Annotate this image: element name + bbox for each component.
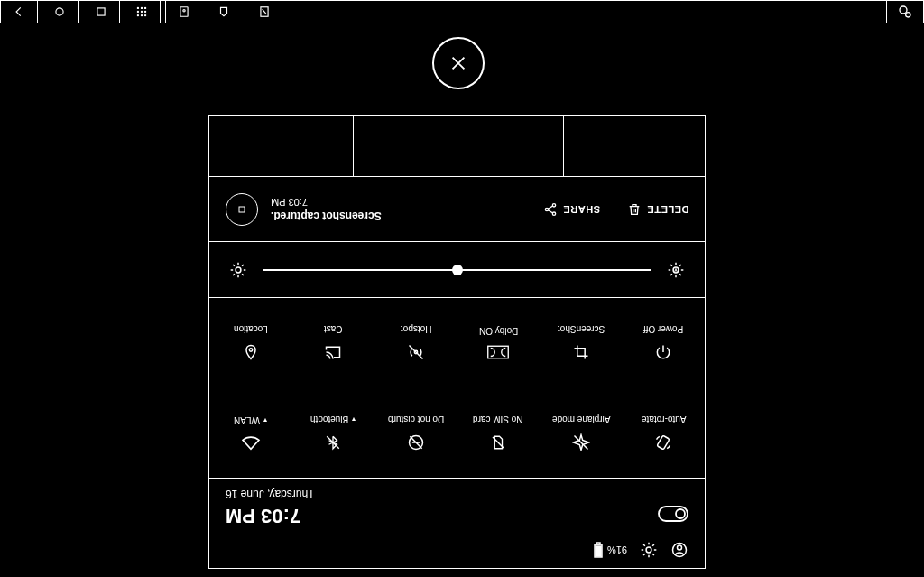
svg-rect-27 bbox=[659, 507, 688, 521]
notification-text: 7:03 PM Screenshot captured. bbox=[271, 197, 531, 222]
svg-point-9 bbox=[141, 14, 143, 16]
autorotate-icon bbox=[654, 433, 672, 451]
nav-home-button[interactable] bbox=[42, 1, 79, 23]
user-button[interactable] bbox=[670, 541, 688, 559]
switch-icon bbox=[658, 506, 688, 522]
chevron-down-icon: ▾ bbox=[263, 416, 267, 424]
tile-poweroff[interactable]: Power Off bbox=[623, 298, 706, 388]
status-icon-1 bbox=[165, 1, 202, 23]
user-icon bbox=[670, 541, 688, 559]
bluetooth-off-icon bbox=[325, 433, 341, 451]
tile-bluetooth[interactable]: Bluetooth▾ bbox=[292, 388, 375, 479]
svg-point-32 bbox=[646, 547, 651, 553]
status-icon-3 bbox=[246, 1, 282, 23]
tile-sim[interactable]: No SIM card bbox=[457, 388, 541, 479]
footer-iconbar: 91% bbox=[593, 541, 688, 559]
close-button[interactable] bbox=[432, 37, 485, 89]
settings-gear-icon[interactable] bbox=[229, 261, 247, 279]
share-button[interactable]: SHARE bbox=[543, 202, 600, 217]
tile-cast[interactable]: Cast bbox=[292, 298, 375, 388]
svg-point-0 bbox=[56, 8, 63, 15]
svg-point-10 bbox=[144, 14, 146, 16]
window-chrome bbox=[0, 0, 924, 23]
dnd-icon bbox=[407, 433, 425, 451]
svg-point-5 bbox=[137, 11, 139, 13]
svg-rect-31 bbox=[596, 546, 601, 556]
tile-location[interactable]: Location bbox=[209, 298, 292, 388]
gear-icon bbox=[640, 541, 658, 559]
tile-airplane[interactable]: Airplane mode bbox=[540, 388, 623, 479]
screenshot-icon bbox=[572, 343, 590, 361]
location-icon bbox=[242, 343, 260, 361]
qs-row-2: Location Cast Hotspot Dolby ON ScreenSho… bbox=[209, 298, 705, 388]
svg-point-34 bbox=[678, 545, 682, 550]
dolby-icon bbox=[487, 345, 509, 359]
close-icon bbox=[448, 53, 468, 73]
nav-recent-button[interactable] bbox=[83, 1, 120, 23]
wifi-icon bbox=[241, 434, 261, 451]
svg-rect-30 bbox=[596, 543, 600, 544]
cast-icon bbox=[324, 343, 342, 361]
screenshot-thumbnail[interactable] bbox=[353, 116, 564, 177]
battery-pct: 91% bbox=[607, 544, 627, 555]
battery-indicator: 91% bbox=[593, 542, 627, 558]
footer-time: 7:03 PM bbox=[226, 504, 300, 527]
svg-point-8 bbox=[137, 14, 139, 16]
quick-settings-grid: Location Cast Hotspot Dolby ON ScreenSho… bbox=[209, 298, 705, 479]
svg-point-14 bbox=[900, 6, 907, 14]
svg-point-4 bbox=[144, 7, 146, 9]
edit-toggle[interactable] bbox=[658, 506, 688, 522]
tile-hotspot[interactable]: Hotspot bbox=[374, 298, 457, 388]
brightness-slider[interactable] bbox=[263, 269, 651, 271]
tile-screenshot[interactable]: ScreenShot bbox=[540, 298, 623, 388]
svg-point-28 bbox=[676, 509, 685, 518]
svg-rect-1 bbox=[97, 8, 105, 15]
delete-button[interactable]: DELETE bbox=[627, 202, 688, 217]
qs-row-1: WLAN▾ Bluetooth▾ Do not disturb No SIM c… bbox=[209, 388, 705, 479]
svg-rect-16 bbox=[239, 207, 245, 212]
svg-point-6 bbox=[141, 11, 143, 13]
svg-point-7 bbox=[144, 11, 146, 13]
svg-point-3 bbox=[141, 7, 143, 9]
svg-point-15 bbox=[906, 13, 910, 17]
hotspot-icon bbox=[407, 343, 425, 361]
screenshot-preview-strip bbox=[209, 116, 705, 177]
settings-button[interactable] bbox=[640, 541, 658, 559]
svg-point-12 bbox=[183, 10, 185, 12]
auto-brightness-icon[interactable] bbox=[667, 261, 685, 279]
tile-dnd[interactable]: Do not disturb bbox=[374, 388, 457, 479]
tile-autorotate[interactable]: Auto-rotate bbox=[623, 388, 706, 479]
battery-icon bbox=[593, 542, 604, 558]
tile-dolby[interactable]: Dolby ON bbox=[457, 298, 541, 388]
brightness-knob[interactable] bbox=[452, 265, 463, 275]
notification-time: 7:03 PM bbox=[271, 197, 308, 208]
brightness-row bbox=[209, 242, 705, 298]
svg-point-20 bbox=[236, 267, 241, 273]
delete-label: DELETE bbox=[647, 204, 688, 215]
notification-row[interactable]: 7:03 PM Screenshot captured. SHARE DELET… bbox=[209, 177, 705, 242]
footer-date: Thursday, June 16 bbox=[226, 488, 315, 500]
status-icon-2 bbox=[206, 1, 242, 23]
share-label: SHARE bbox=[563, 204, 600, 215]
power-icon bbox=[654, 343, 672, 361]
airplane-icon bbox=[572, 433, 590, 451]
tile-wlan[interactable]: WLAN▾ bbox=[209, 388, 292, 479]
chevron-down-icon: ▾ bbox=[352, 415, 356, 423]
notification-shade: 7:03 PM Screenshot captured. SHARE DELET… bbox=[208, 115, 706, 569]
svg-point-22 bbox=[249, 349, 252, 351]
shade-footer: Thursday, June 16 7:03 PM 91% bbox=[209, 479, 705, 568]
notification-title: Screenshot captured. bbox=[271, 209, 382, 222]
no-sim-icon bbox=[490, 433, 506, 451]
status-icon-right bbox=[886, 1, 923, 23]
trash-icon bbox=[627, 202, 642, 217]
share-icon bbox=[543, 202, 558, 217]
nav-back-button[interactable] bbox=[1, 1, 38, 23]
nav-apps-button[interactable] bbox=[124, 1, 161, 23]
svg-point-2 bbox=[137, 7, 139, 9]
notification-app-icon bbox=[226, 193, 258, 226]
